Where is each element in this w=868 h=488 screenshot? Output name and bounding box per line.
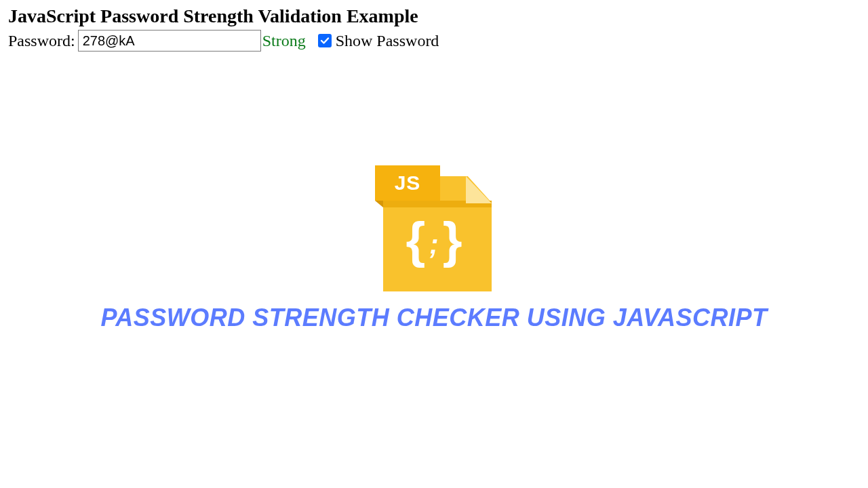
strength-indicator: Strong <box>262 32 306 50</box>
hero-section: JS { ; } PASSWORD STRENGTH CHECKER USING… <box>0 156 868 332</box>
password-input[interactable] <box>78 30 261 52</box>
check-icon <box>320 36 330 45</box>
show-password-checkbox[interactable] <box>318 34 332 47</box>
show-password-control[interactable]: Show Password <box>318 32 439 50</box>
js-tag-label: JS <box>395 171 421 195</box>
code-braces-icon: { ; } <box>406 216 462 266</box>
password-row: Password: Strong Show Password <box>8 30 860 52</box>
password-label: Password: <box>8 32 75 50</box>
page-heading: JavaScript Password Strength Validation … <box>8 5 860 27</box>
js-file-icon: JS { ; } <box>376 156 492 291</box>
brace-left: { <box>406 216 426 266</box>
show-password-label: Show Password <box>336 32 439 50</box>
hero-title: PASSWORD STRENGTH CHECKER USING JAVASCRI… <box>0 304 868 332</box>
brace-right: } <box>443 216 462 266</box>
semicolon: ; <box>429 230 438 258</box>
js-tag: JS <box>375 165 440 201</box>
